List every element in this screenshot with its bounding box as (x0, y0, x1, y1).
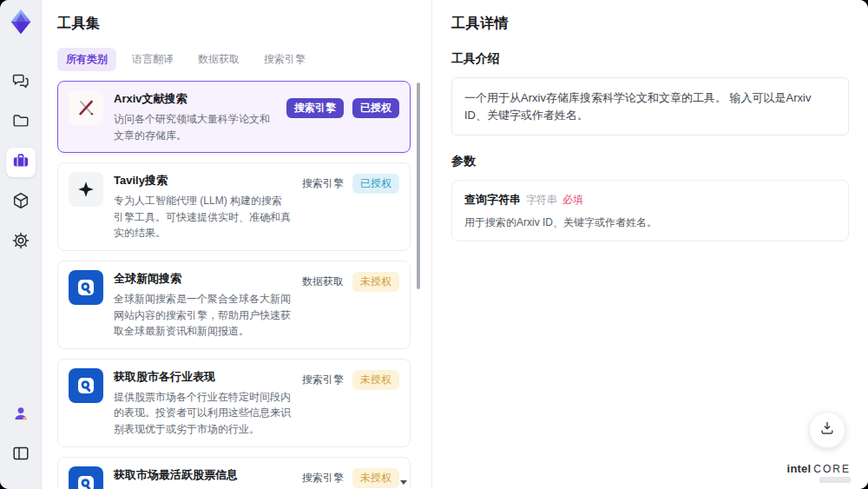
app-logo (6, 7, 36, 36)
tab-search-engine[interactable]: 搜索引擎 (255, 48, 314, 71)
tab-language-translation[interactable]: 语言翻译 (123, 48, 182, 71)
tool-card-sector-performance[interactable]: 获取股市各行业表现 提供股票市场各个行业在特定时间段内的表现。投资者可以利用这些… (57, 359, 411, 447)
intel-core-logo-text: intelcore (787, 462, 851, 475)
blue-search-logo-icon (69, 368, 103, 403)
tool-meta: 搜索引擎 已授权 (286, 98, 399, 118)
intro-heading: 工具介绍 (451, 51, 849, 67)
blue-search-logo-icon (69, 466, 103, 489)
category-label: 搜索引擎 (302, 176, 344, 191)
tool-meta: 搜索引擎 未授权 (302, 370, 399, 390)
auth-status-badge: 已授权 (352, 174, 399, 194)
category-label: 搜索引擎 (302, 373, 344, 387)
tool-name: 获取市场最活跃股票信息 (114, 467, 292, 483)
params-heading: 参数 (451, 154, 849, 169)
arxiv-logo-icon (69, 90, 103, 125)
app-window: 工具集 所有类别 语言翻译 数据获取 搜索引擎 Arxiv文献搜索 访问 (0, 0, 868, 489)
tool-description: 全球新闻搜索是一个聚合全球各大新闻网站内容的搜索引擎，帮助用户快速获取全球最新资… (114, 291, 292, 340)
tool-card-global-news[interactable]: 全球新闻搜索 全球新闻搜索是一个聚合全球各大新闻网站内容的搜索引擎，帮助用户快速… (57, 261, 411, 349)
tool-info: 获取股市各行业表现 提供股票市场各个行业在特定时间段内的表现。投资者可以利用这些… (114, 368, 292, 438)
intro-text-box: 一个用于从Arxiv存储库搜索科学论文和文章的工具。 输入可以是Arxiv ID… (451, 77, 849, 135)
category-tabs: 所有类别 语言翻译 数据获取 搜索引擎 (57, 48, 421, 71)
auth-status-badge: 未授权 (352, 370, 399, 390)
sidebar-item-settings[interactable] (6, 228, 36, 257)
tool-description: 提供股票市场各个行业在特定时间段内的表现。投资者可以利用这些信息来识别表现优于或… (114, 389, 292, 438)
folder-icon (11, 111, 30, 134)
category-label: 搜索引擎 (302, 471, 344, 486)
tool-description: 专为人工智能代理 (LLM) 构建的搜索引擎工具。可快速提供实时、准确和真实的结… (114, 193, 292, 241)
tool-name: Arxiv文献搜索 (114, 91, 276, 107)
tool-card-arxiv[interactable]: Arxiv文献搜索 访问各个研究领域大量科学论文和文章的存储库。 搜索引擎 已授… (57, 81, 411, 153)
chat-icon (11, 71, 30, 94)
sidebar-item-toolbox[interactable] (6, 148, 36, 177)
sidebar-item-models[interactable] (6, 188, 36, 217)
user-icon (11, 404, 30, 426)
page-title: 工具集 (57, 15, 421, 33)
cube-icon (11, 191, 30, 214)
sidebar-item-panel-toggle[interactable] (6, 440, 36, 470)
auth-status-badge: 未授权 (352, 468, 399, 488)
gear-icon (11, 231, 30, 254)
tool-list: Arxiv文献搜索 访问各个研究领域大量科学论文和文章的存储库。 搜索引擎 已授… (57, 81, 421, 489)
parameter-name: 查询字符串 (464, 193, 521, 206)
tool-details-panel: 工具详情 工具介绍 一个用于从Arxiv存储库搜索科学论文和文章的工具。 输入可… (432, 0, 868, 489)
tool-name: 全球新闻搜索 (114, 271, 292, 287)
category-label: 数据获取 (302, 274, 344, 289)
tool-meta: 搜索引擎 未授权 (302, 468, 399, 488)
tool-card-active-stocks[interactable]: 获取市场最活跃股票信息 提供当天交易量最高的股票列表，投资者可以利用这些信息来识… (57, 457, 411, 489)
list-scrollbar[interactable] (417, 83, 420, 289)
intel-core-logo-badge (819, 477, 851, 483)
sidebar-item-user[interactable] (6, 400, 36, 430)
parameter-required-flag: 必填 (562, 194, 583, 206)
icon-rail (0, 0, 42, 489)
details-title: 工具详情 (451, 15, 849, 33)
tool-name: 获取股市各行业表现 (114, 369, 292, 385)
intel-core-logo: intelcore (787, 462, 851, 483)
tool-description: 访问各个研究领域大量科学论文和文章的存储库。 (114, 111, 276, 143)
tool-meta: 搜索引擎 已授权 (302, 174, 399, 194)
tab-data-fetch[interactable]: 数据获取 (189, 48, 248, 71)
four-point-star-icon (69, 172, 103, 207)
tool-info: 全球新闻搜索 全球新闻搜索是一个聚合全球各大新闻网站内容的搜索引擎，帮助用户快速… (114, 270, 292, 340)
parameter-description: 用于搜索的Arxiv ID、关键字或作者姓名。 (464, 215, 836, 230)
auth-status-badge: 未授权 (352, 272, 399, 292)
tool-info: Tavily搜索 专为人工智能代理 (LLM) 构建的搜索引擎工具。可快速提供实… (114, 172, 292, 241)
scroll-down-indicator[interactable] (400, 480, 407, 485)
panel-toggle-icon (11, 444, 30, 466)
auth-status-badge: 已授权 (352, 98, 399, 118)
sidebar-item-chat[interactable] (6, 68, 36, 97)
tool-name: Tavily搜索 (114, 173, 292, 188)
toolbox-icon (10, 150, 31, 175)
tool-card-tavily[interactable]: Tavily搜索 专为人工智能代理 (LLM) 构建的搜索引擎工具。可快速提供实… (57, 162, 411, 251)
parameter-card: 查询字符串字符串必填 用于搜索的Arxiv ID、关键字或作者姓名。 (451, 180, 849, 241)
tool-info: 获取市场最活跃股票信息 提供当天交易量最高的股票列表，投资者可以利用这些信息来识… (114, 466, 292, 489)
tab-all-categories[interactable]: 所有类别 (57, 48, 116, 71)
intel-wordmark: intel (787, 462, 812, 475)
parameter-type: 字符串 (526, 194, 557, 206)
category-badge: 搜索引擎 (286, 98, 344, 118)
tool-meta: 数据获取 未授权 (302, 272, 399, 292)
blue-search-logo-icon (69, 270, 103, 305)
sidebar-item-files[interactable] (6, 108, 36, 137)
toolset-panel: 工具集 所有类别 语言翻译 数据获取 搜索引擎 Arxiv文献搜索 访问 (42, 0, 432, 489)
download-button[interactable] (809, 412, 845, 448)
tool-info: Arxiv文献搜索 访问各个研究领域大量科学论文和文章的存储库。 (114, 90, 276, 143)
core-wordmark: core (813, 463, 851, 475)
parameter-header: 查询字符串字符串必填 (464, 191, 836, 208)
download-icon (819, 420, 836, 440)
